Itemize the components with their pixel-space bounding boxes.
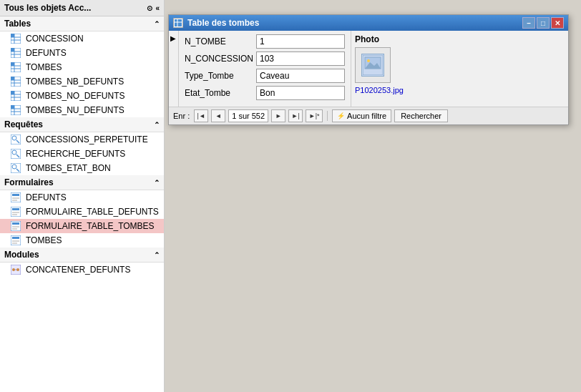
nav-last-button[interactable]: ►| bbox=[288, 109, 303, 122]
section-modules: Modules ⌃ bbox=[0, 248, 164, 263]
n-tombe-label: N_TOMBE bbox=[185, 36, 256, 46]
nav-item-label: DEFUNTS bbox=[26, 192, 67, 202]
svg-point-57 bbox=[16, 268, 19, 271]
section-modules-collapse-icon[interactable]: ⌃ bbox=[154, 251, 160, 259]
nav-item-concessions-perp[interactable]: CONCESSIONS_PERPETUITE bbox=[0, 132, 164, 147]
dialog-title: Table des tombes bbox=[187, 18, 259, 28]
nav-item-label: CONCATENER_DEFUNTS bbox=[26, 265, 130, 275]
nav-item-concession[interactable]: CONCESSION bbox=[0, 31, 164, 46]
photo-filename[interactable]: P1020253.jpg bbox=[355, 86, 404, 94]
dialog-titlebar-left: Table des tombes bbox=[173, 18, 259, 28]
table-icon bbox=[10, 33, 21, 44]
table-icon bbox=[10, 47, 21, 59]
form-icon bbox=[10, 220, 21, 232]
photo-label: Photo bbox=[355, 34, 379, 44]
close-button[interactable]: ✕ bbox=[551, 17, 564, 29]
section-tables-label: Tables bbox=[4, 19, 31, 29]
svg-rect-24 bbox=[11, 91, 14, 94]
nav-item-tombes-etat[interactable]: TOMBES_ETAT_BON bbox=[0, 161, 164, 175]
svg-point-65 bbox=[367, 59, 370, 62]
nav-item-tombes-nu[interactable]: TOMBES_NU_DEFUNTS bbox=[0, 103, 164, 117]
svg-rect-52 bbox=[12, 237, 19, 239]
nav-item-tombes[interactable]: TOMBES bbox=[0, 60, 164, 74]
nav-item-form-defunts[interactable]: DEFUNTS bbox=[0, 190, 164, 205]
section-tables-collapse-icon[interactable]: ⌃ bbox=[154, 20, 160, 28]
dialog-body: ▶ N_TOMBE N_CONCESSION Type_Tombe Etat_T… bbox=[169, 31, 568, 107]
svg-rect-4 bbox=[11, 34, 14, 37]
form-icon bbox=[10, 192, 21, 203]
section-requetes-label: Requêtes bbox=[4, 119, 43, 129]
nav-filter-button[interactable]: ⚡ Aucun filtre bbox=[332, 109, 391, 122]
nav-item-concatener[interactable]: CONCATENER_DEFUNTS bbox=[0, 263, 164, 277]
nav-item-tombes-nb[interactable]: TOMBES_NB_DEFUNTS bbox=[0, 74, 164, 89]
nav-first-button[interactable]: |◄ bbox=[194, 109, 208, 122]
etat-tombe-label: Etat_Tombe bbox=[185, 88, 256, 98]
etat-tombe-input[interactable] bbox=[256, 86, 345, 100]
minimize-button[interactable]: – bbox=[522, 17, 535, 29]
section-modules-label: Modules bbox=[4, 250, 39, 260]
section-requetes-collapse-icon[interactable]: ⌃ bbox=[154, 121, 160, 129]
nav-item-label: RECHERCHE_DEFUNTS bbox=[26, 149, 125, 159]
type-tombe-label: Type_Tombe bbox=[185, 71, 256, 81]
row-indicator: ▶ bbox=[169, 31, 179, 107]
nav-circle-icon[interactable]: ⊙ bbox=[147, 4, 152, 12]
nav-search-button[interactable]: Rechercher bbox=[394, 109, 448, 122]
nav-item-label: CONCESSIONS_PERPETUITE bbox=[26, 134, 148, 144]
nav-panel: Tous les objets Acc... ⊙ « Tables ⌃ CONC… bbox=[0, 0, 165, 392]
module-icon bbox=[10, 264, 21, 275]
photo-image-icon bbox=[361, 54, 384, 77]
svg-rect-9 bbox=[11, 48, 14, 52]
separator bbox=[327, 111, 328, 121]
nav-item-form-table-tombes[interactable]: FORMULAIRE_TABLE_TOMBES bbox=[0, 219, 164, 233]
nav-item-form-tombes[interactable]: TOMBES bbox=[0, 233, 164, 248]
svg-rect-40 bbox=[12, 194, 19, 196]
svg-point-56 bbox=[12, 268, 15, 271]
svg-rect-14 bbox=[11, 62, 14, 66]
nav-prev-button[interactable]: ◄ bbox=[211, 109, 225, 122]
dialog-window: Table des tombes – □ ✕ ▶ N_TOMBE N_CO bbox=[168, 14, 569, 125]
svg-rect-48 bbox=[12, 222, 19, 225]
field-row-etat-tombe: Etat_Tombe bbox=[185, 86, 345, 100]
query-icon bbox=[10, 148, 21, 160]
nav-item-label: FORMULAIRE_TABLE_TOMBES bbox=[26, 221, 155, 231]
nav-item-label: TOMBES_NO_DEFUNTS bbox=[26, 91, 125, 101]
dialog-titlebar-buttons: – □ ✕ bbox=[522, 17, 564, 29]
current-row-arrow: ▶ bbox=[169, 34, 176, 42]
query-icon bbox=[10, 134, 21, 145]
query-icon bbox=[10, 162, 21, 174]
section-formulaires-collapse-icon[interactable]: ⌃ bbox=[154, 179, 160, 187]
n-concession-input[interactable] bbox=[256, 52, 345, 66]
search-label: Rechercher bbox=[401, 112, 441, 120]
section-tables: Tables ⌃ bbox=[0, 16, 164, 31]
restore-button[interactable]: □ bbox=[537, 17, 550, 29]
nav-enr-label: Enr : bbox=[173, 112, 190, 120]
n-tombe-input[interactable] bbox=[256, 34, 345, 49]
table-icon bbox=[10, 76, 21, 87]
type-tombe-input[interactable] bbox=[256, 69, 345, 83]
nav-next-button[interactable]: ► bbox=[271, 109, 285, 122]
nav-header: Tous les objets Acc... ⊙ « bbox=[0, 0, 164, 16]
nav-item-tombes-no[interactable]: TOMBES_NO_DEFUNTS bbox=[0, 89, 164, 103]
svg-rect-44 bbox=[12, 208, 19, 210]
field-row-n-tombe: N_TOMBE bbox=[185, 34, 345, 49]
nav-header-title: Tous les objets Acc... bbox=[4, 3, 91, 13]
nav-item-defunts[interactable]: DEFUNTS bbox=[0, 46, 164, 60]
nav-item-label: TOMBES_NB_DEFUNTS bbox=[26, 77, 124, 87]
section-formulaires-label: Formulaires bbox=[4, 177, 54, 187]
nav-collapse-icon[interactable]: « bbox=[155, 4, 160, 12]
nav-item-recherche-defunts[interactable]: RECHERCHE_DEFUNTS bbox=[0, 147, 164, 161]
nav-item-label: TOMBES bbox=[26, 62, 62, 72]
nav-item-form-table-defunts[interactable]: FORMULAIRE_TABLE_DEFUNTS bbox=[0, 205, 164, 219]
form-icon bbox=[10, 235, 21, 246]
field-row-type-tombe: Type_Tombe bbox=[185, 69, 345, 83]
filter-icon: ⚡ bbox=[337, 112, 345, 119]
nav-new-button[interactable]: ►|* bbox=[306, 109, 323, 122]
main-area: Table des tombes – □ ✕ ▶ N_TOMBE N_CO bbox=[165, 0, 581, 392]
dialog-title-icon bbox=[173, 18, 183, 28]
dialog-navbar: Enr : |◄ ◄ 1 sur 552 ► ►| ►|* ⚡ Aucun fi… bbox=[169, 107, 568, 124]
section-requetes: Requêtes ⌃ bbox=[0, 117, 164, 132]
n-concession-label: N_CONCESSION bbox=[185, 54, 256, 64]
nav-item-label: TOMBES bbox=[26, 235, 62, 245]
dialog-titlebar: Table des tombes – □ ✕ bbox=[169, 15, 568, 31]
svg-rect-19 bbox=[11, 77, 14, 80]
